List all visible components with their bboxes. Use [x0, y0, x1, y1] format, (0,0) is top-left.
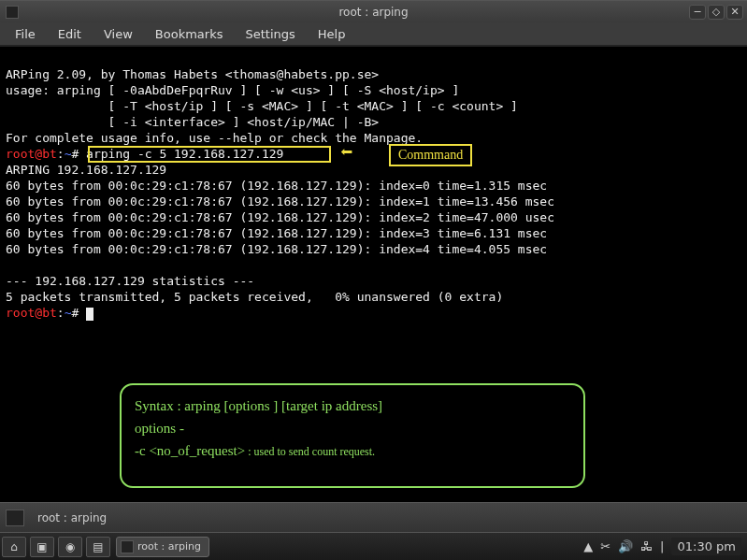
menubar: File Edit View Bookmarks Settings Help — [0, 22, 747, 47]
close-button[interactable]: ✕ — [726, 5, 743, 20]
command-text: arping -c 5 192.168.127.129 — [86, 147, 283, 161]
menu-bookmarks[interactable]: Bookmarks — [144, 23, 235, 45]
prompt-sep: : — [57, 147, 65, 161]
menu-settings[interactable]: Settings — [234, 23, 306, 45]
syntax-option-c: -c <no_of_request> — [135, 443, 245, 458]
menu-file[interactable]: File — [4, 23, 47, 45]
usage-line-2: [ -T <host/ip ] [ -s <MAC> ] [ -t <MAC> … — [6, 99, 518, 113]
taskbar: ⌂ ▣ ◉ ▤ root : arping ▲ ✂ 🔊 🖧 | 01:30 pm — [0, 532, 747, 560]
cursor-icon — [86, 308, 93, 321]
minimize-button[interactable]: − — [689, 5, 706, 20]
reply-line-4: 60 bytes from 00:0c:29:c1:78:67 (192.168… — [6, 242, 547, 256]
task-title: root : arping — [137, 540, 201, 553]
volume-icon[interactable]: 🔊 — [618, 539, 633, 553]
terminal-icon — [6, 6, 19, 19]
usage-line-1: usage: arping [ -0aAbdDeFpqrRuv ] [ -w <… — [6, 83, 459, 97]
stats-header: --- 192.168.127.129 statistics --- — [6, 274, 254, 288]
syntax-annotation-box: Syntax : arping [options ] [target ip ad… — [120, 383, 585, 488]
reply-line-2: 60 bytes from 00:0c:29:c1:78:67 (192.168… — [6, 210, 554, 224]
start-menu-icon[interactable]: ⌂ — [2, 537, 26, 557]
tray-separator: | — [660, 539, 664, 553]
launcher-terminal-icon[interactable]: ▣ — [30, 537, 54, 557]
taskbar-task-arping[interactable]: root : arping — [116, 537, 209, 557]
prompt-end: # — [71, 147, 79, 161]
reply-line-1: 60 bytes from 00:0c:29:c1:78:67 (192.168… — [6, 194, 554, 208]
menu-edit[interactable]: Edit — [47, 23, 93, 45]
launcher-globe-icon[interactable]: ◉ — [58, 537, 82, 557]
stats-summary: 5 packets transmitted, 5 packets receive… — [6, 290, 503, 304]
network-icon[interactable]: 🖧 — [640, 539, 653, 553]
terminal-area[interactable]: ARPing 2.09, by Thomas Habets <thomas@ha… — [0, 47, 747, 507]
arrow-left-icon: ⬅ — [340, 144, 352, 160]
syntax-line-2: options - — [135, 417, 570, 439]
scissors-icon[interactable]: ✂ — [600, 539, 611, 553]
system-tray: ▲ ✂ 🔊 🖧 | 01:30 pm — [583, 538, 747, 555]
prompt-user-2: root@bt — [6, 306, 57, 320]
maximize-button[interactable]: ◇ — [708, 5, 725, 20]
terminal-tab-icon[interactable] — [6, 510, 24, 526]
launcher-files-icon[interactable]: ▤ — [86, 537, 110, 557]
menu-help[interactable]: Help — [307, 23, 357, 45]
window-tab-title: root : arping — [37, 511, 107, 524]
banner-line: ARPing 2.09, by Thomas Habets <thomas@ha… — [6, 67, 379, 81]
syntax-option-c-desc: : used to send count request. — [245, 445, 375, 458]
reply-line-3: 60 bytes from 00:0c:29:c1:78:67 (192.168… — [6, 226, 547, 240]
window-titlebar[interactable]: root : arping − ◇ ✕ — [0, 0, 747, 22]
window-title: root : arping — [338, 6, 408, 19]
arping-header: ARPING 192.168.127.129 — [6, 163, 166, 177]
prompt-sep-2: : — [57, 306, 65, 320]
usage-line-3: [ -i <interface> ] <host/ip/MAC | -B> — [6, 115, 379, 129]
reply-line-0: 60 bytes from 00:0c:29:c1:78:67 (192.168… — [6, 179, 547, 193]
menu-view[interactable]: View — [93, 23, 144, 45]
prompt-user: root@bt — [6, 147, 57, 161]
task-terminal-icon — [121, 540, 134, 553]
tray-up-icon[interactable]: ▲ — [583, 539, 593, 553]
command-label-box: Commmand — [389, 144, 472, 166]
prompt-end-2: # — [71, 306, 79, 320]
syntax-line-1: Syntax : arping [options ] [target ip ad… — [135, 395, 570, 417]
window-tab-bar: root : arping — [0, 502, 747, 532]
help-line: For complete usage info, use --help or c… — [6, 131, 423, 145]
clock[interactable]: 01:30 pm — [671, 538, 741, 555]
